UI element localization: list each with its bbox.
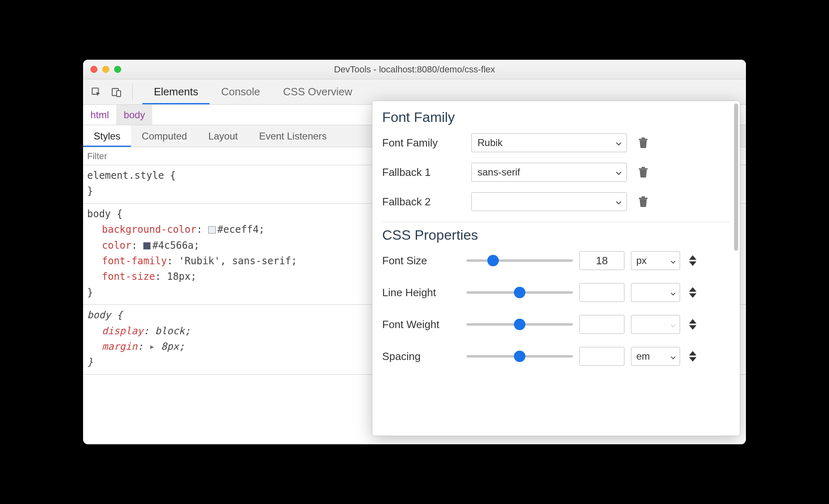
delete-fallback-2-button[interactable] bbox=[634, 193, 652, 211]
css-prop-name[interactable]: font-family bbox=[102, 255, 167, 267]
toolbar-separator bbox=[132, 84, 133, 100]
tab-label: CSS Overview bbox=[283, 86, 352, 98]
css-prop-name[interactable]: color bbox=[102, 240, 131, 251]
chevron-down-icon bbox=[671, 351, 676, 362]
css-prop-value[interactable]: 8px bbox=[161, 341, 179, 352]
css-prop-name[interactable]: display bbox=[102, 325, 143, 337]
tab-console[interactable]: Console bbox=[210, 79, 271, 104]
svg-rect-4 bbox=[642, 137, 645, 139]
step-up-button[interactable] bbox=[689, 319, 696, 324]
delete-font-button[interactable] bbox=[634, 134, 652, 152]
select-value: Rubik bbox=[478, 137, 502, 148]
step-down-button[interactable] bbox=[689, 325, 696, 330]
svg-rect-3 bbox=[639, 139, 648, 140]
tab-css-overview[interactable]: CSS Overview bbox=[272, 79, 364, 104]
step-down-button[interactable] bbox=[689, 261, 696, 266]
font-weight-input[interactable] bbox=[579, 315, 624, 334]
prop-label: Spacing bbox=[382, 350, 460, 363]
font-family-heading: Font Family bbox=[382, 109, 730, 125]
prop-label: Font Size bbox=[382, 254, 460, 267]
unit-value: em bbox=[636, 351, 650, 362]
row-label: Font Family bbox=[382, 137, 464, 149]
line-height-unit-select[interactable] bbox=[631, 283, 680, 302]
font-family-select[interactable]: Rubik bbox=[471, 133, 627, 152]
svg-rect-8 bbox=[642, 196, 645, 198]
fallback-2-select[interactable] bbox=[471, 192, 627, 211]
css-prop-name[interactable]: background-color bbox=[102, 224, 196, 235]
devtools-window: DevTools - localhost:8080/demo/css-flex … bbox=[83, 60, 746, 444]
crumb-label: html bbox=[90, 109, 109, 121]
line-height-slider[interactable] bbox=[466, 291, 573, 294]
spacing-slider[interactable] bbox=[466, 355, 573, 358]
chevron-down-icon bbox=[671, 255, 676, 266]
tab-label: Elements bbox=[154, 86, 198, 98]
subtab-layout[interactable]: Layout bbox=[198, 125, 248, 147]
color-swatch[interactable] bbox=[143, 242, 151, 250]
slider-thumb[interactable] bbox=[514, 319, 525, 330]
spacing-unit-select[interactable]: em bbox=[631, 347, 680, 366]
step-up-button[interactable] bbox=[689, 255, 696, 260]
subtab-label: Layout bbox=[208, 130, 238, 142]
fallback-2-row: Fallback 2 bbox=[382, 192, 730, 211]
prop-label: Line Height bbox=[382, 286, 460, 299]
step-down-button[interactable] bbox=[689, 293, 696, 298]
slider-thumb[interactable] bbox=[514, 287, 525, 298]
css-prop-value[interactable]: 'Rubik', sans-serif bbox=[179, 255, 291, 267]
color-swatch[interactable] bbox=[208, 226, 216, 234]
step-up-button[interactable] bbox=[689, 351, 696, 356]
subtab-label: Styles bbox=[94, 130, 120, 142]
chevron-down-icon bbox=[671, 287, 676, 298]
device-toolbar-icon[interactable] bbox=[111, 86, 122, 98]
css-prop-value[interactable]: block bbox=[155, 325, 185, 337]
prop-label: Font Weight bbox=[382, 318, 460, 331]
svg-rect-6 bbox=[642, 167, 645, 168]
subtab-event-listeners[interactable]: Event Listeners bbox=[248, 125, 337, 147]
window-title: DevTools - localhost:8080/demo/css-flex bbox=[83, 64, 746, 75]
font-weight-unit-select[interactable] bbox=[631, 315, 680, 334]
subtab-styles[interactable]: Styles bbox=[83, 125, 131, 147]
css-properties-heading: CSS Properties bbox=[382, 227, 730, 243]
css-prop-value[interactable]: #eceff4 bbox=[217, 224, 259, 235]
fallback-1-select[interactable]: sans-serif bbox=[471, 163, 627, 182]
tab-elements[interactable]: Elements bbox=[142, 79, 210, 104]
delete-fallback-1-button[interactable] bbox=[634, 163, 652, 181]
font-weight-slider[interactable] bbox=[466, 323, 573, 326]
font-size-stepper bbox=[687, 255, 699, 266]
titlebar: DevTools - localhost:8080/demo/css-flex bbox=[83, 60, 746, 79]
subtab-label: Computed bbox=[142, 130, 187, 142]
step-up-button[interactable] bbox=[689, 287, 696, 292]
font-weight-stepper bbox=[687, 319, 699, 330]
svg-rect-2 bbox=[117, 90, 121, 96]
row-label: Fallback 2 bbox=[382, 196, 464, 208]
breadcrumb-html[interactable]: html bbox=[83, 105, 116, 125]
font-editor-popover: Font Family Font Family Rubik Fallback 1… bbox=[372, 101, 740, 436]
font-size-input[interactable] bbox=[579, 251, 624, 270]
row-label: Fallback 1 bbox=[382, 166, 464, 179]
scrollbar-thumb[interactable] bbox=[734, 104, 738, 251]
breadcrumb-body[interactable]: body bbox=[116, 105, 152, 125]
step-down-button[interactable] bbox=[689, 357, 696, 362]
slider-thumb[interactable] bbox=[514, 351, 525, 362]
font-size-row: Font Size px bbox=[382, 251, 730, 270]
line-height-stepper bbox=[687, 287, 699, 298]
css-prop-name[interactable]: margin bbox=[102, 341, 137, 352]
slider-thumb[interactable] bbox=[487, 255, 499, 266]
font-size-slider[interactable] bbox=[466, 259, 573, 262]
spacing-input[interactable] bbox=[579, 347, 624, 366]
css-prop-value[interactable]: #4c566a bbox=[152, 240, 194, 251]
panel-tabs: Elements Console CSS Overview bbox=[142, 79, 364, 104]
svg-rect-5 bbox=[639, 168, 648, 169]
css-prop-value[interactable]: 18px bbox=[167, 271, 191, 282]
fallback-1-row: Fallback 1 sans-serif bbox=[382, 163, 730, 182]
inspect-element-icon[interactable] bbox=[90, 86, 102, 98]
font-size-unit-select[interactable]: px bbox=[631, 251, 680, 270]
svg-rect-7 bbox=[639, 198, 648, 199]
expand-icon[interactable]: ▸ bbox=[149, 341, 161, 352]
css-prop-name[interactable]: font-size bbox=[102, 271, 155, 282]
subtab-computed[interactable]: Computed bbox=[131, 125, 198, 147]
line-height-row: Line Height bbox=[382, 283, 730, 302]
chevron-down-icon bbox=[616, 196, 622, 207]
spacing-row: Spacing em bbox=[382, 347, 730, 366]
chevron-down-icon bbox=[616, 166, 622, 178]
line-height-input[interactable] bbox=[579, 283, 624, 302]
